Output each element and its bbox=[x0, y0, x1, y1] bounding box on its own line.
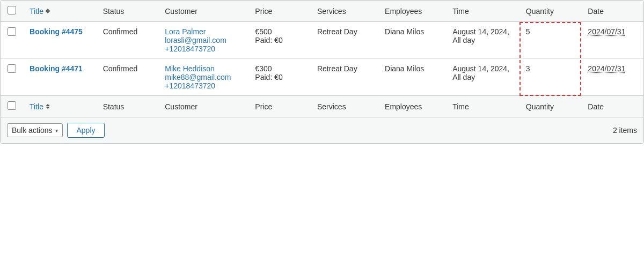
sort-up-icon bbox=[46, 9, 50, 11]
booking-quantity: 5 bbox=[526, 27, 530, 36]
footer-title: Title bbox=[23, 96, 97, 117]
footer-left: Bulk actions ▾ Apply bbox=[7, 123, 105, 138]
header-employees: Employees bbox=[378, 1, 446, 22]
booking-customer-cell: Lora Palmer lorasli@gmail.com +120184737… bbox=[158, 22, 248, 59]
booking-time: August 14, 2024, All day bbox=[452, 27, 509, 44]
booking-services-cell: Retreat Day bbox=[311, 59, 378, 96]
header-quantity: Quantity bbox=[519, 1, 582, 22]
booking-status: Confirmed bbox=[103, 64, 138, 73]
bulk-actions-dropdown[interactable]: Bulk actions ▾ bbox=[7, 123, 63, 137]
footer-services: Services bbox=[311, 96, 378, 117]
footer-title-sort-button[interactable]: Title bbox=[30, 102, 90, 111]
footer-sort-up-icon bbox=[46, 104, 50, 106]
customer-name-link[interactable]: Mike Heddison bbox=[165, 64, 215, 73]
booking-date-cell: 2024/07/31 bbox=[581, 22, 643, 59]
table-wrapper: Title Status Customer bbox=[1, 1, 643, 117]
header-date: Date bbox=[581, 1, 643, 22]
bookings-table: Title Status Customer bbox=[1, 1, 643, 117]
booking-status-cell: Confirmed bbox=[97, 22, 159, 59]
customer-email-link[interactable]: lorasli@gmail.com bbox=[165, 36, 226, 44]
table-header: Title Status Customer bbox=[1, 1, 643, 22]
apply-button[interactable]: Apply bbox=[67, 123, 104, 138]
booking-price: €300 bbox=[255, 64, 304, 73]
customer-phone-link[interactable]: +12018473720 bbox=[165, 81, 215, 90]
booking-title-cell: Booking #4475 bbox=[23, 22, 97, 59]
booking-employees: Diana Milos bbox=[385, 27, 424, 36]
booking-quantity-cell: 3 bbox=[519, 59, 582, 96]
customer-name-link[interactable]: Lora Palmer bbox=[165, 27, 206, 36]
footer-sort-icon bbox=[46, 104, 50, 109]
booking-services: Retreat Day bbox=[317, 64, 357, 73]
table-row: Booking #4475 Confirmed Lora Palmer lora… bbox=[1, 22, 643, 59]
select-all-checkbox[interactable] bbox=[8, 6, 16, 14]
booking-employees-cell: Diana Milos bbox=[378, 59, 446, 96]
footer-date: Date bbox=[581, 96, 643, 117]
booking-time-cell: August 14, 2024, All day bbox=[446, 59, 519, 96]
booking-time: August 14, 2024, All day bbox=[452, 64, 509, 81]
footer-sort-down-icon bbox=[46, 107, 50, 109]
sort-down-icon bbox=[46, 11, 50, 13]
header-customer: Customer bbox=[158, 1, 248, 22]
booking-quantity: 3 bbox=[526, 64, 530, 73]
booking-paid: Paid: €0 bbox=[255, 36, 304, 44]
booking-link[interactable]: Booking #4471 bbox=[30, 64, 83, 73]
bulk-actions-label: Bulk actions bbox=[12, 126, 52, 135]
footer-time: Time bbox=[446, 96, 519, 117]
sort-icon bbox=[46, 9, 50, 13]
footer-select-all-checkbox[interactable] bbox=[8, 101, 16, 110]
header-services: Services bbox=[311, 1, 378, 22]
booking-status: Confirmed bbox=[103, 27, 138, 36]
booking-link[interactable]: Booking #4475 bbox=[30, 27, 83, 36]
footer-bar: Bulk actions ▾ Apply 2 items bbox=[1, 117, 643, 143]
footer-price: Price bbox=[248, 96, 311, 117]
booking-price-cell: €300 Paid: €0 bbox=[248, 59, 311, 96]
booking-employees-cell: Diana Milos bbox=[378, 22, 446, 59]
table-footer-header: Title Status Customer bbox=[1, 96, 643, 117]
booking-services: Retreat Day bbox=[317, 27, 357, 36]
footer-title-label: Title bbox=[30, 102, 43, 111]
booking-quantity-cell: 5 bbox=[519, 22, 582, 59]
footer-customer: Customer bbox=[158, 96, 248, 117]
header-status: Status bbox=[97, 1, 159, 22]
footer-checkbox-cell bbox=[1, 96, 23, 117]
booking-date: 2024/07/31 bbox=[588, 64, 625, 73]
row-checkbox[interactable] bbox=[8, 27, 16, 36]
table-body: Booking #4475 Confirmed Lora Palmer lora… bbox=[1, 22, 643, 96]
items-count: 2 items bbox=[613, 126, 637, 135]
row-checkbox-cell bbox=[1, 59, 23, 96]
footer-status: Status bbox=[97, 96, 159, 117]
booking-price-cell: €500 Paid: €0 bbox=[248, 22, 311, 59]
booking-customer-cell: Mike Heddison mike88@gmail.com +12018473… bbox=[158, 59, 248, 96]
booking-paid: Paid: €0 bbox=[255, 73, 304, 81]
header-price: Price bbox=[248, 1, 311, 22]
bookings-table-container: Title Status Customer bbox=[0, 0, 644, 144]
booking-date-cell: 2024/07/31 bbox=[581, 59, 643, 96]
table-row: Booking #4471 Confirmed Mike Heddison mi… bbox=[1, 59, 643, 96]
items-count-label: 2 items bbox=[613, 126, 637, 135]
row-checkbox[interactable] bbox=[8, 64, 16, 73]
booking-employees: Diana Milos bbox=[385, 64, 424, 73]
header-title: Title bbox=[23, 1, 97, 22]
customer-phone-link[interactable]: +12018473720 bbox=[165, 44, 215, 53]
title-header-label: Title bbox=[30, 7, 43, 16]
header-time: Time bbox=[446, 1, 519, 22]
title-sort-button[interactable]: Title bbox=[30, 7, 90, 16]
footer-quantity: Quantity bbox=[519, 96, 582, 117]
footer-employees: Employees bbox=[378, 96, 446, 117]
booking-services-cell: Retreat Day bbox=[311, 22, 378, 59]
header-checkbox-cell bbox=[1, 1, 23, 22]
booking-status-cell: Confirmed bbox=[97, 59, 159, 96]
booking-date: 2024/07/31 bbox=[588, 27, 625, 36]
chevron-down-icon: ▾ bbox=[55, 128, 58, 133]
booking-time-cell: August 14, 2024, All day bbox=[446, 22, 519, 59]
booking-price: €500 bbox=[255, 27, 304, 36]
row-checkbox-cell bbox=[1, 22, 23, 59]
customer-email-link[interactable]: mike88@gmail.com bbox=[165, 73, 231, 81]
booking-title-cell: Booking #4471 bbox=[23, 59, 97, 96]
